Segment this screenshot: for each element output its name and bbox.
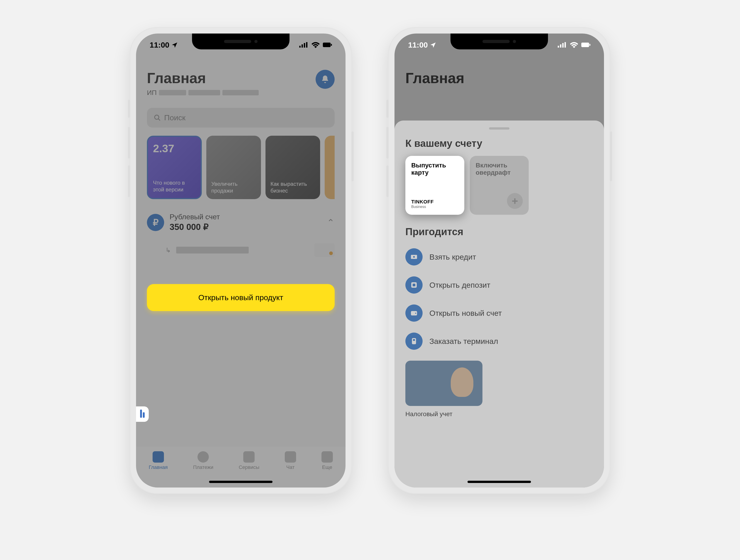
phone-mockup-right: 11:00 Главная К вашему счету В bbox=[388, 27, 610, 494]
wallet-icon bbox=[405, 305, 423, 322]
svg-rect-12 bbox=[581, 42, 589, 47]
page-title: Главная bbox=[147, 70, 335, 87]
more-icon bbox=[321, 451, 333, 463]
notifications-button[interactable] bbox=[315, 70, 335, 89]
tab-services[interactable]: Сервисы bbox=[239, 451, 259, 470]
status-time: 11:00 bbox=[408, 40, 428, 49]
svg-rect-13 bbox=[589, 44, 590, 46]
svg-rect-4 bbox=[323, 42, 331, 47]
signal-icon bbox=[558, 41, 567, 48]
terminal-icon bbox=[405, 333, 423, 350]
ruble-icon: ₽ bbox=[147, 214, 164, 231]
list-item-credit[interactable]: Взять кредит bbox=[405, 244, 593, 269]
phone-mockup-left: 11:00 Главная ИП bbox=[130, 27, 352, 494]
promo-card[interactable] bbox=[405, 361, 482, 406]
home-icon bbox=[153, 451, 164, 463]
story-card[interactable]: 2.37 Что нового в этой версии bbox=[147, 136, 202, 199]
svg-point-15 bbox=[413, 256, 415, 258]
svg-point-6 bbox=[155, 115, 159, 119]
svg-rect-8 bbox=[558, 46, 559, 47]
list-item-new-account[interactable]: Открыть новый счет bbox=[405, 300, 593, 326]
wifi-icon bbox=[311, 41, 320, 48]
bottom-sheet: К вашему счету Выпустить карту TINKOFF B… bbox=[394, 120, 604, 487]
page-header: Главная bbox=[394, 61, 604, 91]
svg-point-19 bbox=[415, 313, 416, 314]
option-issue-card[interactable]: Выпустить карту TINKOFF Business bbox=[405, 156, 464, 215]
account-name: Рублевый счет bbox=[170, 213, 321, 221]
tinkoff-logo: TINKOFF bbox=[411, 199, 458, 205]
credit-icon bbox=[405, 248, 423, 265]
section-title-useful: Пригодится bbox=[405, 226, 593, 237]
deposit-icon bbox=[405, 276, 423, 294]
search-icon bbox=[154, 114, 161, 121]
page-header: Главная ИП bbox=[136, 61, 346, 101]
card-row[interactable]: ↳ bbox=[136, 232, 346, 257]
svg-line-7 bbox=[158, 119, 160, 120]
promo-label: Налоговый учет bbox=[405, 411, 593, 418]
story-card[interactable]: Как вырастить бизнес bbox=[266, 136, 320, 199]
search-placeholder: Поиск bbox=[164, 113, 185, 122]
page-title: Главная bbox=[405, 70, 593, 87]
list-item-terminal[interactable]: Заказать терминал bbox=[405, 329, 593, 354]
status-time: 11:00 bbox=[150, 40, 169, 49]
section-title-account: К вашему счету bbox=[405, 138, 593, 149]
side-widget[interactable] bbox=[136, 407, 149, 422]
svg-rect-3 bbox=[306, 42, 307, 47]
option-overdraft[interactable]: Включить овердрафт + bbox=[470, 156, 529, 215]
story-card[interactable]: Увеличить продажи bbox=[206, 136, 261, 199]
services-icon bbox=[243, 451, 255, 463]
svg-rect-2 bbox=[304, 43, 305, 47]
chat-icon bbox=[285, 451, 296, 463]
battery-icon bbox=[581, 41, 590, 48]
tab-payments[interactable]: Платежи bbox=[193, 451, 213, 470]
wifi-icon bbox=[569, 41, 578, 48]
story-card-peek[interactable] bbox=[325, 136, 335, 199]
account-balance: 350 000 ₽ bbox=[170, 222, 321, 232]
svg-rect-1 bbox=[301, 44, 303, 47]
signal-icon bbox=[299, 41, 308, 48]
search-input[interactable]: Поиск bbox=[147, 108, 335, 127]
tab-home[interactable]: Главная bbox=[149, 451, 168, 470]
chevron-up-icon: ⌃ bbox=[327, 217, 335, 228]
stories-row: 2.37 Что нового в этой версии Увеличить … bbox=[136, 127, 346, 199]
svg-rect-11 bbox=[564, 42, 566, 47]
payments-icon bbox=[197, 451, 209, 463]
home-indicator[interactable] bbox=[467, 481, 531, 483]
tab-chat[interactable]: Чат bbox=[285, 451, 296, 470]
open-product-button[interactable]: Открыть новый продукт bbox=[147, 284, 335, 311]
bell-icon bbox=[320, 75, 330, 84]
tab-more[interactable]: Еще bbox=[321, 451, 333, 470]
svg-rect-0 bbox=[299, 46, 301, 47]
entity-prefix: ИП bbox=[147, 89, 157, 97]
home-indicator[interactable] bbox=[209, 481, 273, 483]
sheet-handle[interactable] bbox=[489, 127, 510, 130]
list-item-deposit[interactable]: Открыть депозит bbox=[405, 272, 593, 298]
location-icon bbox=[171, 42, 178, 48]
battery-icon bbox=[323, 41, 332, 48]
svg-rect-10 bbox=[562, 43, 564, 47]
svg-rect-20 bbox=[412, 338, 416, 344]
svg-rect-21 bbox=[413, 339, 415, 341]
svg-rect-5 bbox=[331, 44, 332, 46]
svg-rect-9 bbox=[560, 44, 561, 47]
card-thumbnail bbox=[314, 243, 335, 257]
svg-rect-17 bbox=[412, 284, 415, 286]
plus-icon: + bbox=[507, 193, 523, 209]
location-icon bbox=[430, 42, 436, 48]
account-row[interactable]: ₽ Рублевый счет 350 000 ₽ ⌃ bbox=[136, 199, 346, 232]
